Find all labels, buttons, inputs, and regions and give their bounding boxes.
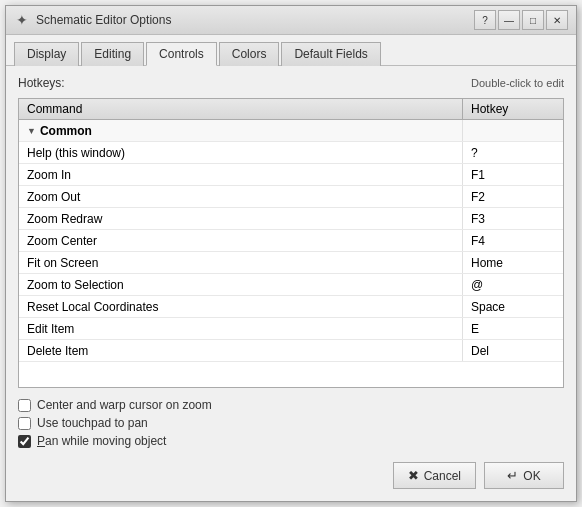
- ok-label: OK: [523, 469, 540, 483]
- close-btn[interactable]: ✕: [546, 10, 568, 30]
- center-warp-checkbox[interactable]: [18, 399, 31, 412]
- table-row[interactable]: Zoom Center F4: [19, 230, 563, 252]
- table-row[interactable]: Reset Local Coordinates Space: [19, 296, 563, 318]
- hotkeys-header: Hotkeys: Double-click to edit: [18, 76, 564, 90]
- title-bar-buttons: ? — □ ✕: [474, 10, 568, 30]
- app-icon: ✦: [14, 12, 30, 28]
- checkbox-pan-moving[interactable]: Pan while moving object: [18, 434, 564, 448]
- cancel-label: Cancel: [424, 469, 461, 483]
- cancel-icon: ✖: [408, 468, 419, 483]
- main-window: ✦ Schematic Editor Options ? — □ ✕ Displ…: [5, 5, 577, 502]
- tab-display[interactable]: Display: [14, 42, 79, 66]
- title-bar-left: ✦ Schematic Editor Options: [14, 12, 171, 28]
- content-area: Hotkeys: Double-click to edit Command Ho…: [6, 66, 576, 501]
- table-row[interactable]: Zoom to Selection @: [19, 274, 563, 296]
- checkboxes-section: Center and warp cursor on zoom Use touch…: [18, 396, 564, 450]
- center-warp-label: Center and warp cursor on zoom: [37, 398, 212, 412]
- pan-moving-checkbox[interactable]: [18, 435, 31, 448]
- cancel-button[interactable]: ✖ Cancel: [393, 462, 476, 489]
- ok-button[interactable]: ↵ OK: [484, 462, 564, 489]
- help-title-btn[interactable]: ?: [474, 10, 496, 30]
- table-row[interactable]: Fit on Screen Home: [19, 252, 563, 274]
- expand-arrow: ▼: [27, 126, 36, 136]
- group-common[interactable]: ▼ Common: [19, 120, 563, 142]
- table-row[interactable]: Zoom In F1: [19, 164, 563, 186]
- checkbox-touchpad-pan[interactable]: Use touchpad to pan: [18, 416, 564, 430]
- tab-default-fields[interactable]: Default Fields: [281, 42, 380, 66]
- table-row[interactable]: Edit Item E: [19, 318, 563, 340]
- hotkeys-label: Hotkeys:: [18, 76, 65, 90]
- table-row[interactable]: Delete Item Del: [19, 340, 563, 362]
- maximize-btn[interactable]: □: [522, 10, 544, 30]
- window-title: Schematic Editor Options: [36, 13, 171, 27]
- tabs-container: Display Editing Controls Colors Default …: [6, 35, 576, 66]
- tab-controls[interactable]: Controls: [146, 42, 217, 66]
- tab-editing[interactable]: Editing: [81, 42, 144, 66]
- buttons-row: ✖ Cancel ↵ OK: [18, 458, 564, 491]
- table-row[interactable]: Zoom Out F2: [19, 186, 563, 208]
- table-row[interactable]: Help (this window) ?: [19, 142, 563, 164]
- header-command: Command: [19, 99, 463, 119]
- pan-moving-label: Pan while moving object: [37, 434, 166, 448]
- tab-colors[interactable]: Colors: [219, 42, 280, 66]
- checkbox-center-warp[interactable]: Center and warp cursor on zoom: [18, 398, 564, 412]
- touchpad-pan-label: Use touchpad to pan: [37, 416, 148, 430]
- group-label: Common: [40, 124, 92, 138]
- ok-icon: ↵: [507, 468, 518, 483]
- table-header: Command Hotkey: [19, 99, 563, 120]
- title-bar: ✦ Schematic Editor Options ? — □ ✕: [6, 6, 576, 35]
- double-click-hint: Double-click to edit: [471, 77, 564, 89]
- table-row[interactable]: Zoom Redraw F3: [19, 208, 563, 230]
- touchpad-pan-checkbox[interactable]: [18, 417, 31, 430]
- table-body[interactable]: ▼ Common Help (this window) ? Zoom In F1…: [19, 120, 563, 387]
- hotkeys-table: Command Hotkey ▼ Common Help (this windo…: [18, 98, 564, 388]
- minimize-btn[interactable]: —: [498, 10, 520, 30]
- header-hotkey: Hotkey: [463, 99, 563, 119]
